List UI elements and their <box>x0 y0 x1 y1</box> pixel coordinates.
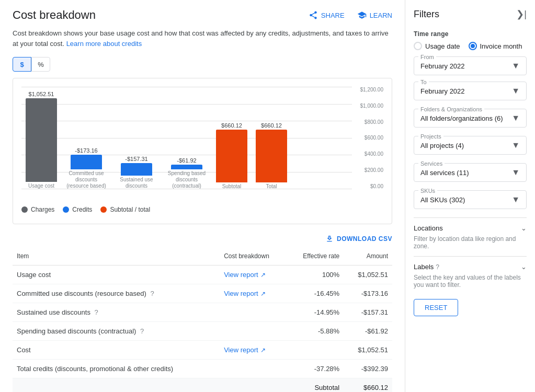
projects-value: All projects (4) <box>420 142 464 149</box>
table-row: Usage cost View report ↗ 100% $1,052.51 <box>13 266 392 284</box>
amount-spending: -$61.92 <box>344 322 392 341</box>
invoice-month-label: Invoice month <box>480 42 522 50</box>
services-label: Services <box>418 160 445 167</box>
skus-dropdown-wrapper: SKUs All SKUs (302) ▼ <box>414 190 527 209</box>
labels-label: Labels <box>414 263 434 271</box>
to-chevron-icon: ▼ <box>511 86 520 96</box>
share-button[interactable]: SHARE <box>309 10 345 20</box>
folders-dropdown[interactable]: All folders/organizations (6) ▼ <box>420 113 520 123</box>
amount-committed: -$173.16 <box>344 284 392 303</box>
credits-label: Credits <box>72 206 92 213</box>
projects-chevron-icon: ▼ <box>511 141 520 150</box>
help-icon-spending: ? <box>140 327 144 335</box>
col-cost-breakdown: Cost breakdown <box>220 247 287 266</box>
folders-section: Folders & Organizations All folders/orga… <box>414 109 527 128</box>
share-icon <box>309 10 318 20</box>
y-label-800: $800.00 <box>365 119 383 125</box>
radio-inner-dot <box>471 44 475 48</box>
currency-toggle: $ % <box>13 57 392 72</box>
y-axis: $1,200.00 $1,000.00 $800.00 $600.00 $400… <box>354 87 383 202</box>
cost-table: Item Cost breakdown Effective rate Amoun… <box>13 247 392 392</box>
rate-usage-cost: 100% <box>287 266 344 284</box>
share-label: SHARE <box>321 11 345 19</box>
filters-sidebar: Filters ❯| Time range Usage date Invoice… <box>405 0 535 392</box>
sidebar-title: Filters <box>414 9 439 20</box>
item-usage-cost: Usage cost <box>13 266 220 284</box>
bar-subtotal-fill <box>216 130 247 182</box>
view-report-link-3[interactable]: View report ↗ <box>224 346 266 354</box>
projects-dropdown[interactable]: All projects (4) ▼ <box>420 141 520 150</box>
invoice-month-radio[interactable]: Invoice month <box>469 42 522 50</box>
bar-committed-fill <box>71 155 102 169</box>
legend-charges: Charges <box>21 206 54 213</box>
view-report-link[interactable]: View report ↗ <box>224 271 266 279</box>
close-sidebar-button[interactable]: ❯| <box>516 8 527 20</box>
skus-label: SKUs <box>418 188 437 194</box>
subtotal-label: Subtotal <box>287 378 344 393</box>
services-value: All services (11) <box>420 169 469 177</box>
labels-header[interactable]: Labels ? ⌄ <box>414 263 527 271</box>
labels-desc: Select the key and values of the labels … <box>414 274 527 289</box>
time-range-section: Time range Usage date Invoice month From… <box>414 30 527 100</box>
from-dropdown-wrapper: From February 2022 ▼ <box>414 56 527 75</box>
col-effective-rate: Effective rate <box>287 247 344 266</box>
legend-subtotal: Subtotal / total <box>100 206 150 213</box>
header-actions: SHARE LEARN <box>309 10 392 20</box>
y-label-600: $600.00 <box>365 135 383 141</box>
learn-button[interactable]: LEARN <box>357 10 392 20</box>
main-content: Cost breakdown SHARE LEARN Cost breakdow… <box>0 0 405 392</box>
locations-chevron-icon: ⌄ <box>521 224 527 232</box>
bar-total-fill <box>256 130 287 182</box>
y-label-1200: $1,200.00 <box>360 87 384 93</box>
bar-usage-cost: $1,052.51 Usage cost <box>26 91 57 189</box>
rate-total-credits: -37.28% <box>287 360 344 378</box>
col-item: Item <box>13 247 220 266</box>
learn-more-link[interactable]: Learn more about credits <box>66 40 142 48</box>
subtotal-amount: $660.12 <box>344 378 392 393</box>
skus-chevron-icon: ▼ <box>511 195 520 204</box>
reset-button[interactable]: RESET <box>414 299 458 316</box>
view-report-link-2[interactable]: View report ↗ <box>224 290 266 297</box>
sidebar-header: Filters ❯| <box>414 8 527 20</box>
description: Cost breakdown shows your base usage cos… <box>13 28 392 49</box>
bar-usage-cost-fill <box>26 98 57 182</box>
subtotal-dot <box>100 206 107 213</box>
bar-spending-fill <box>171 165 202 169</box>
item-committed: Committed use discounts (resource based)… <box>13 284 220 303</box>
amount-cost: $1,052.51 <box>344 341 392 360</box>
from-value: February 2022 <box>420 62 465 70</box>
item-spending: Spending based discounts (contractual) ? <box>13 322 220 341</box>
skus-section: SKUs All SKUs (302) ▼ <box>414 190 527 209</box>
bar-committed: -$173.16 Committed use discounts (resour… <box>65 147 107 189</box>
services-dropdown[interactable]: All services (11) ▼ <box>420 168 520 177</box>
table-row: Cost View report ↗ $1,052.51 <box>13 341 392 360</box>
table-row: Total credits (discounts, promotional & … <box>13 360 392 378</box>
usage-date-circle <box>414 42 422 50</box>
to-dropdown[interactable]: February 2022 ▼ <box>420 86 520 96</box>
percent-toggle[interactable]: % <box>31 57 50 72</box>
labels-chevron-icon: ⌄ <box>521 263 527 271</box>
cb-spending <box>220 322 287 341</box>
cb-cost: View report ↗ <box>220 341 287 360</box>
locations-header[interactable]: Locations ⌄ <box>414 224 527 232</box>
cb-total-credits <box>220 360 287 378</box>
amount-total-credits: -$392.39 <box>344 360 392 378</box>
amount-usage-cost: $1,052.51 <box>344 266 392 284</box>
chart-container: $1,052.51 Usage cost -$173.16 Committed … <box>13 78 392 224</box>
folders-chevron-icon: ▼ <box>511 113 520 123</box>
projects-section: Projects All projects (4) ▼ <box>414 136 527 155</box>
to-value: February 2022 <box>420 87 465 95</box>
cb-sustained <box>220 303 287 322</box>
table-row: Committed use discounts (resource based)… <box>13 284 392 303</box>
y-label-1000: $1,000.00 <box>360 103 384 109</box>
skus-dropdown[interactable]: All SKUs (302) ▼ <box>420 195 520 204</box>
download-csv-button[interactable]: DOWNLOAD CSV <box>325 235 392 243</box>
from-chevron-icon: ▼ <box>511 61 520 71</box>
usage-date-radio[interactable]: Usage date <box>414 42 460 50</box>
dollar-toggle[interactable]: $ <box>13 57 31 72</box>
learn-label: LEARN <box>370 11 392 19</box>
folders-dropdown-wrapper: Folders & Organizations All folders/orga… <box>414 109 527 128</box>
from-dropdown[interactable]: February 2022 ▼ <box>420 61 520 71</box>
projects-dropdown-wrapper: Projects All projects (4) ▼ <box>414 136 527 155</box>
skus-value: All SKUs (302) <box>420 196 465 204</box>
